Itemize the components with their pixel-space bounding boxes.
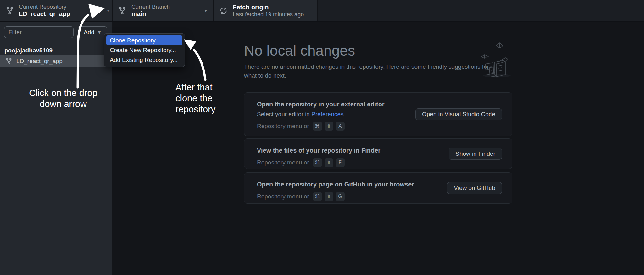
filter-input[interactable] [4,26,74,38]
shortcut-prefix: Repository menu or [257,193,309,200]
current-branch-label: Current Branch [131,4,170,10]
cmd-key-icon: ⌘ [313,158,322,167]
add-dropdown-menu: Clone Repository... Create New Repositor… [104,33,185,67]
add-button-label: Add [84,29,94,36]
repo-fork-icon [6,7,14,15]
github-desktop-window: Current Repository LD_react_qr_app ▾ Cur… [0,0,644,275]
shift-key-icon: ⇧ [325,192,333,201]
repo-list-item-selected[interactable]: LD_react_qr_app [0,55,112,67]
annotation-arrowhead-2 [184,39,196,50]
current-repository-value: LD_react_qr_app [19,10,70,18]
current-repository-button[interactable]: Current Repository LD_react_qr_app ▾ [0,0,112,21]
branch-icon [118,7,126,15]
letter-key: G [336,192,345,201]
annotation-arrow-2 [194,50,205,80]
page-subtitle: There are no uncommitted changes in this… [244,62,490,80]
current-branch-button[interactable]: Current Branch main ▾ [113,0,213,21]
preferences-link[interactable]: Preferences [311,111,343,117]
current-repository-label: Current Repository [19,4,70,10]
chevron-down-icon: ▾ [204,8,207,13]
chevron-down-icon: ▾ [107,8,109,13]
current-branch-value: main [131,10,170,18]
papers-illustration [478,40,516,80]
add-repository-button[interactable]: Add ▼ [78,26,107,38]
editor-hint-text: Select your editor in [257,111,310,117]
annotation-line: clone the [175,93,215,104]
toolbar: Current Repository LD_react_qr_app ▾ Cur… [0,0,644,22]
cmd-key-icon: ⌘ [313,192,322,201]
menu-item-create-new-repository[interactable]: Create New Repository... [106,45,182,55]
suggestion-card-github: Open the repository page on GitHub in yo… [244,172,512,204]
chevron-down-icon: ▼ [97,30,102,35]
cmd-key-icon: ⌘ [313,122,322,131]
show-in-finder-button[interactable]: Show in Finder [449,148,502,160]
sync-icon [219,7,228,15]
repo-list-item-name: LD_react_qr_app [16,58,63,65]
repo-group-header: poojajadhav5109 [4,47,53,54]
fetch-origin-label: Fetch origin [233,4,304,11]
page-title: No local changes [244,42,355,59]
shift-key-icon: ⇧ [325,122,333,131]
annotation-note-clone: After that clone the repository [175,82,215,115]
suggestion-card-finder: View the files of your repository in Fin… [244,138,512,169]
letter-key: F [336,158,345,167]
shift-key-icon: ⇧ [325,158,333,167]
annotation-line: repository [175,104,215,115]
repo-fork-icon [5,58,12,65]
shortcut-prefix: Repository menu or [257,123,309,130]
shortcut-row: Repository menu or ⌘ ⇧ A [257,122,502,131]
repositories-sidebar: Add ▼ poojajadhav5109 LD_react_qr_app [0,22,112,275]
card-title: Open the repository in your external edi… [257,100,502,108]
view-on-github-button[interactable]: View on GitHub [447,182,502,194]
toolbar-divider [317,0,318,21]
shortcut-prefix: Repository menu or [257,159,309,166]
menu-item-clone-repository[interactable]: Clone Repository... [106,35,182,45]
letter-key: A [336,122,345,131]
suggestion-card-external-editor: Open the repository in your external edi… [244,92,512,136]
menu-item-add-existing-repository[interactable]: Add Existing Repository... [106,55,182,65]
annotation-line: After that [175,82,215,93]
fetch-origin-button[interactable]: Fetch origin Last fetched 19 minutes ago [214,0,317,21]
fetch-origin-sublabel: Last fetched 19 minutes ago [233,11,304,18]
open-in-vscode-button[interactable]: Open in Visual Studio Code [415,108,502,120]
